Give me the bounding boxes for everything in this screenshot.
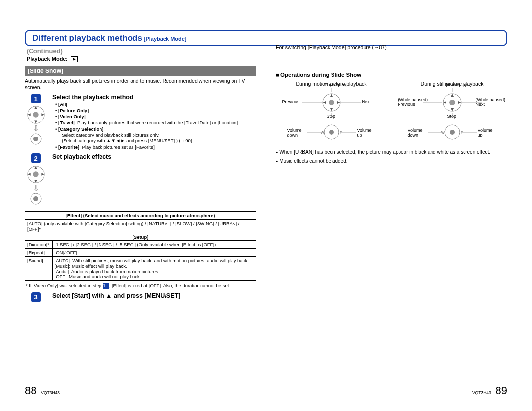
step-3: 3 Select [Start] with ▲ and press [MENU/… [25,292,256,302]
step-2-head: Set playback effects [52,153,256,160]
title-subtitle: [Playback Mode] [144,36,187,42]
svg-marker-5 [41,113,44,116]
note-item: Music effects cannot be added. [276,158,507,165]
motion-playback-block: During motion picture playback WT [276,81,387,147]
svg-marker-36 [443,101,446,104]
svg-marker-35 [451,108,454,111]
footer-left: 88 VQT3H43 [25,384,63,397]
page-number-right: 89 [496,384,507,397]
still-playback-block: During still picture playback WT [397,81,507,147]
step-1: 1 ⇩ Select the playback method [25,94,256,150]
title-box: Different playback methods [Playback Mod… [25,30,507,46]
svg-point-39 [450,130,455,135]
svg-marker-21 [337,101,340,104]
table-row: [Duration]*[1 SEC.] / [2 SEC.] / [3 SEC.… [25,240,256,248]
svg-marker-18 [330,94,333,97]
menu-set-button-icon [30,133,42,145]
playback-icon [71,56,78,62]
step-3-badge: 3 [31,292,41,302]
right-column: For switching [Playback Mode] procedure … [276,66,507,302]
svg-point-1 [33,112,38,118]
page-title: Different playback methods [33,34,142,43]
note-item: When [URBAN] has been selected, the pict… [276,149,507,156]
svg-point-9 [33,171,38,177]
svg-point-7 [33,137,38,141]
down-arrow-icon: ⇩ [33,186,39,191]
svg-point-17 [329,100,334,105]
effects-table: [Effect] (Select music and effects accor… [25,211,256,281]
operations-head: Operations during Slide Show [276,72,507,78]
doc-id: VQT3H43 [41,390,60,395]
table-row: [Sound][AUTO]: With still pictures, musi… [25,256,256,280]
effects-row: [AUTO] (only available with [Category Se… [25,219,256,233]
table-row: [Repeat][ON]/[OFF] [25,248,256,256]
slide-show-header: [Slide Show] [25,66,256,76]
svg-point-23 [329,130,334,135]
footer-right: VQT3H43 89 [469,384,507,397]
svg-point-33 [449,100,455,105]
step-2-badge: 2 [31,153,41,163]
playback-mode-row: Playback Mode: [27,56,507,62]
menu-set-button-icon [30,193,42,205]
dpad-icon [27,165,45,184]
page-number-left: 88 [25,384,36,397]
step-3-head: Select [Start] with ▲ and press [MENU/SE… [52,292,256,299]
svg-marker-3 [34,121,37,124]
svg-marker-10 [34,166,37,169]
playback-mode-label: Playback Mode: [27,56,67,62]
svg-marker-4 [28,113,31,116]
step-1-list: [All] [Picture Only] [Video Only] [Trave… [52,102,256,150]
svg-marker-20 [323,101,326,104]
slide-show-intro: Automatically plays back still pictures … [25,78,256,91]
left-column: [Slide Show] Automatically plays back st… [25,66,256,302]
svg-point-15 [33,196,38,201]
svg-marker-37 [458,101,461,104]
svg-marker-11 [34,180,37,183]
step-1-head: Select the playback method [52,94,256,101]
operations-diagrams: During motion picture playback WT [276,81,507,147]
footnote: * If [Video Only] was selected in step 1… [25,283,256,289]
doc-id: VQT3H43 [472,390,491,395]
effects-header: [Effect] (Select music and effects accor… [25,211,256,219]
switch-note: For switching [Playback Mode] procedure … [276,44,507,50]
down-arrow-icon: ⇩ [33,126,39,131]
setup-header: [Setup] [25,233,256,240]
svg-marker-19 [330,108,333,111]
step-1-badge: 1 [31,94,41,103]
svg-marker-13 [41,173,44,176]
svg-marker-34 [451,94,454,97]
svg-marker-12 [28,173,31,176]
svg-marker-2 [34,106,37,109]
step-2: 2 ⇩ Set playback effects [25,153,256,205]
dpad-icon [27,105,45,124]
